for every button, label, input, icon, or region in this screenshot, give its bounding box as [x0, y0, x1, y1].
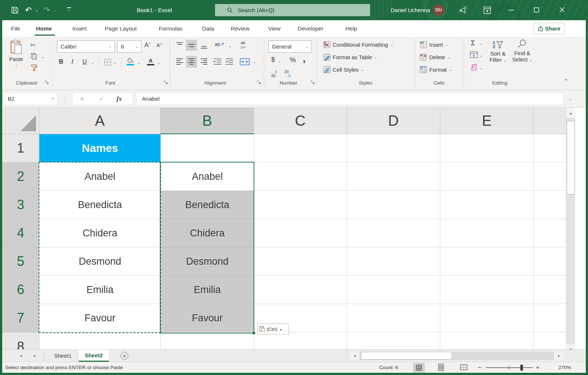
alignment-dialog-launcher-icon[interactable]	[257, 81, 261, 85]
scroll-left-icon[interactable]: ◂	[350, 352, 359, 360]
underline-dropdown-icon[interactable]: ⌄	[91, 61, 94, 65]
vertical-scroll-thumb[interactable]	[567, 121, 575, 194]
row-header-8[interactable]: 8	[2, 332, 39, 349]
redo-button[interactable]: ↷	[43, 0, 50, 20]
autosum-dropdown-icon[interactable]: ⌄	[480, 42, 483, 46]
tab-view[interactable]: View	[268, 20, 280, 37]
scroll-up-icon[interactable]: ▴	[566, 108, 575, 119]
align-top-button[interactable]	[176, 42, 184, 50]
coming-soon-icon[interactable]	[458, 6, 467, 15]
customize-qat-icon[interactable]: ⌄	[67, 7, 71, 11]
sort-filter-button[interactable]: A Z Sort & Filter ⌄	[487, 39, 509, 63]
increase-font-size-button[interactable]: A˄	[144, 41, 151, 49]
cell-styles-button[interactable]: Cell Styles ⌄	[323, 66, 364, 73]
row-header-1[interactable]: 1	[2, 134, 39, 162]
spreadsheet-grid[interactable]: A B C D E 1 2 3 4 5 6 7 8 Names Anabel B…	[0, 108, 566, 349]
paste-options-button[interactable]: (Ctrl) ▾	[257, 324, 289, 335]
tab-home[interactable]: Home	[36, 20, 52, 37]
sheet-nav-right-icon[interactable]: ▸	[34, 350, 36, 362]
percent-style-button[interactable]: %	[290, 56, 296, 64]
fill-color-dropdown-icon[interactable]: ⌄	[137, 61, 140, 65]
tab-developer[interactable]: Developer	[298, 20, 324, 37]
page-layout-view-button[interactable]	[437, 364, 445, 371]
sheet-tab-sheet2[interactable]: Sheet2	[79, 350, 109, 362]
align-bottom-button[interactable]	[200, 42, 208, 50]
align-center-button[interactable]	[186, 56, 197, 68]
name-box[interactable]: B2 ▾	[3, 92, 57, 105]
scroll-right-icon[interactable]: ▸	[554, 352, 564, 360]
fill-handle[interactable]	[252, 331, 255, 335]
resize-handle-icon[interactable]: ⋮	[62, 90, 68, 108]
italic-button[interactable]: I	[71, 58, 74, 65]
row-header-7[interactable]: 7	[2, 304, 39, 332]
close-button[interactable]	[559, 7, 565, 12]
copy-button[interactable]	[31, 53, 37, 60]
tab-split-handle-icon[interactable]: ⋮	[344, 350, 349, 362]
zoom-in-button[interactable]: +	[536, 362, 539, 373]
enter-icon[interactable]: ✓	[99, 93, 104, 105]
tab-data[interactable]: Data	[202, 20, 214, 37]
decrease-font-size-button[interactable]: A˅	[157, 42, 162, 48]
row-header-5[interactable]: 5	[2, 247, 39, 276]
tab-insert[interactable]: Insert	[72, 20, 87, 37]
undo-dropdown-icon[interactable]: ⌄	[35, 0, 38, 20]
fill-color-button[interactable]	[127, 58, 135, 65]
fill-dropdown-icon[interactable]: ⌄	[480, 54, 483, 57]
increase-indent-button[interactable]	[225, 58, 234, 66]
number-format-select[interactable]: General ⌄	[268, 40, 312, 53]
paste-button[interactable]: Paste ⌄	[5, 39, 27, 74]
align-left-button[interactable]	[176, 58, 184, 66]
insert-function-icon[interactable]: fx	[116, 93, 122, 105]
font-family-select[interactable]: Calibri ⌄	[57, 40, 115, 53]
font-color-dropdown-icon[interactable]: ⌄	[157, 61, 160, 65]
clipboard-dialog-launcher-icon[interactable]	[45, 81, 49, 85]
sheet-nav-left-icon[interactable]: ◂	[20, 350, 22, 362]
zoom-slider-thumb[interactable]	[520, 365, 523, 371]
borders-dropdown-icon[interactable]: ⌄	[113, 61, 116, 65]
normal-view-button[interactable]	[413, 363, 425, 372]
copy-dropdown-icon[interactable]: ⌄	[41, 55, 44, 59]
orientation-dropdown-icon[interactable]: ⌄	[229, 44, 232, 48]
share-button[interactable]: Share	[534, 23, 564, 34]
column-header-partial[interactable]	[534, 108, 566, 134]
increase-decimal-button[interactable]: ←.0 .00	[270, 70, 277, 78]
tab-file[interactable]: File	[11, 20, 20, 37]
zoom-slider-track[interactable]	[486, 367, 533, 368]
vertical-scrollbar[interactable]: ▴ ▾	[566, 108, 575, 355]
tab-page-layout[interactable]: Page Layout	[105, 20, 137, 37]
clear-button[interactable]	[470, 64, 478, 71]
font-color-button[interactable]: A	[147, 58, 154, 65]
accounting-format-button[interactable]: $	[271, 56, 275, 64]
page-break-preview-button[interactable]	[460, 364, 467, 371]
bold-button[interactable]: B	[59, 58, 63, 65]
column-header-d[interactable]: D	[347, 108, 440, 134]
comma-style-button[interactable]: ,	[303, 53, 305, 64]
maximize-button[interactable]	[534, 7, 539, 12]
tab-formulas[interactable]: Formulas	[159, 20, 183, 37]
decrease-decimal-button[interactable]: .00 →.0	[284, 70, 290, 78]
orientation-button[interactable]: ab↗	[215, 41, 224, 47]
insert-cells-button[interactable]: Insert ⌄	[420, 41, 448, 48]
new-sheet-button[interactable]: +	[121, 352, 128, 360]
format-painter-button[interactable]	[31, 64, 38, 71]
tab-help[interactable]: Help	[345, 20, 357, 37]
format-cells-button[interactable]: Format ⌄	[420, 66, 452, 73]
cell-a1[interactable]: Names	[39, 134, 161, 162]
select-all-corner[interactable]	[2, 108, 39, 134]
redo-dropdown-icon[interactable]: ⌄	[54, 0, 57, 20]
font-dialog-launcher-icon[interactable]	[164, 81, 168, 85]
fill-button[interactable]	[470, 51, 478, 58]
ribbon-display-options-icon[interactable]	[483, 6, 491, 14]
merge-center-dropdown-icon[interactable]: ⌄	[253, 60, 256, 64]
clear-dropdown-icon[interactable]: ⌄	[480, 66, 483, 70]
zoom-out-button[interactable]: −	[478, 362, 481, 373]
undo-button[interactable]: ↶	[25, 0, 32, 20]
column-header-c[interactable]: C	[254, 108, 347, 134]
font-size-select[interactable]: 6 ⌄	[117, 40, 141, 53]
expand-formula-bar-icon[interactable]: ⌄	[569, 97, 571, 101]
column-header-a[interactable]: A	[39, 108, 161, 134]
number-dialog-launcher-icon[interactable]	[311, 81, 315, 85]
row-header-4[interactable]: 4	[2, 219, 39, 247]
row-header-2[interactable]: 2	[2, 162, 39, 191]
conditional-formatting-button[interactable]: Conditional Formatting ⌄	[323, 41, 393, 48]
